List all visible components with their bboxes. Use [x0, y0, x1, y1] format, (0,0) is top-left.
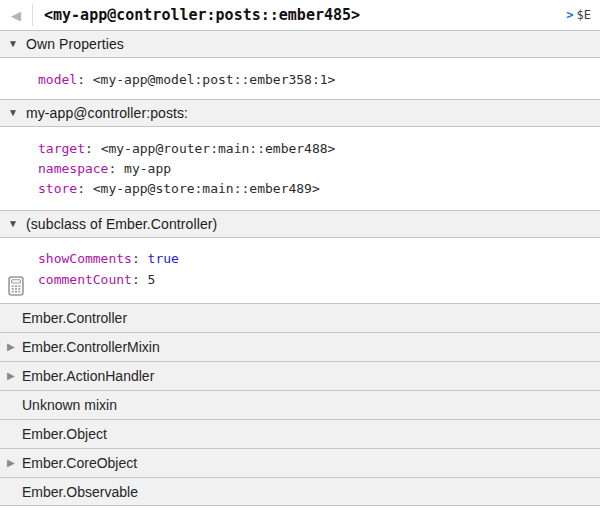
object-title: <my-app@controller:posts::ember485> — [44, 6, 360, 24]
property-row-model: model: <my-app@model:post::ember358:1> — [38, 70, 600, 90]
property-value[interactable]: <my-app@model:post::ember358:1> — [93, 72, 336, 87]
property-name: namespace — [38, 161, 108, 176]
section-label: Own Properties — [26, 36, 124, 52]
mixin-label: Ember.ActionHandler — [22, 368, 154, 384]
triangle-right-icon: ▶ — [7, 342, 22, 352]
property-value[interactable]: true — [148, 251, 179, 266]
console-chevron-icon: > — [566, 8, 573, 22]
property-row-store: store: <my-app@store:main::ember489> — [38, 179, 600, 199]
back-arrow-icon: ◀ — [11, 9, 21, 22]
section-label: (subclass of Ember.Controller) — [26, 216, 217, 232]
triangle-down-icon: ▼ — [8, 108, 26, 118]
mixin-row-ember-actionhandler[interactable]: ▶ Ember.ActionHandler — [0, 361, 600, 390]
property-value[interactable]: my-app — [124, 161, 171, 176]
property-name: commentCount — [38, 272, 132, 287]
property-row-namespace: namespace: my-app — [38, 159, 600, 179]
section-header-own-properties[interactable]: ▼ Own Properties — [0, 30, 600, 58]
triangle-right-icon: ▶ — [7, 371, 22, 381]
mixin-list: Ember.Controller ▶ Ember.ControllerMixin… — [0, 303, 600, 506]
property-value[interactable]: <my-app@store:main::ember489> — [93, 181, 320, 196]
triangle-down-icon: ▼ — [8, 219, 26, 229]
property-row-commentcount: commentCount: 5 — [38, 269, 600, 290]
mixin-row-ember-object: Ember.Object — [0, 419, 600, 448]
triangle-right-icon: ▶ — [7, 458, 22, 468]
mixin-label: Ember.ControllerMixin — [22, 339, 160, 355]
mixin-label: Ember.Object — [22, 426, 107, 442]
mixin-row-ember-controllermixin[interactable]: ▶ Ember.ControllerMixin — [0, 332, 600, 361]
mixin-row-ember-observable: Ember.Observable — [0, 477, 600, 506]
property-name: showComments — [38, 251, 132, 266]
property-value[interactable]: 5 — [148, 272, 156, 287]
controller-posts-content: target: <my-app@router:main::ember488> n… — [0, 127, 600, 210]
section-header-controller-posts[interactable]: ▼ my-app@controller:posts: — [0, 99, 600, 127]
send-to-console-link[interactable]: > $E — [566, 8, 591, 22]
section-label: my-app@controller:posts: — [26, 105, 188, 121]
property-row-showcomments: showComments: true — [38, 248, 600, 269]
property-name: model — [38, 72, 77, 87]
mixin-label: Ember.Observable — [22, 484, 138, 500]
mixin-label: Ember.Controller — [22, 310, 127, 326]
mixin-row-ember-coreobject[interactable]: ▶ Ember.CoreObject — [0, 448, 600, 477]
console-variable-label: $E — [577, 8, 591, 22]
property-name: target — [38, 141, 85, 156]
subclass-content: showComments: true commentCount: 5 — [0, 238, 600, 303]
property-name: store — [38, 181, 77, 196]
mixin-label: Ember.CoreObject — [22, 455, 137, 471]
mixin-row-ember-controller: Ember.Controller — [0, 303, 600, 332]
property-value[interactable]: <my-app@router:main::ember488> — [101, 141, 336, 156]
back-button[interactable]: ◀ — [0, 0, 32, 30]
own-properties-content: model: <my-app@model:post::ember358:1> — [0, 58, 600, 99]
toolbar-divider — [32, 4, 33, 26]
triangle-down-icon: ▼ — [8, 39, 26, 49]
property-row-target: target: <my-app@router:main::ember488> — [38, 139, 600, 159]
mixin-label: Unknown mixin — [22, 397, 117, 413]
section-header-subclass[interactable]: ▼ (subclass of Ember.Controller) — [0, 210, 600, 238]
calculator-icon — [8, 276, 24, 296]
inspector-toolbar: ◀ <my-app@controller:posts::ember485> > … — [0, 0, 600, 30]
mixin-row-unknown-mixin: Unknown mixin — [0, 390, 600, 419]
